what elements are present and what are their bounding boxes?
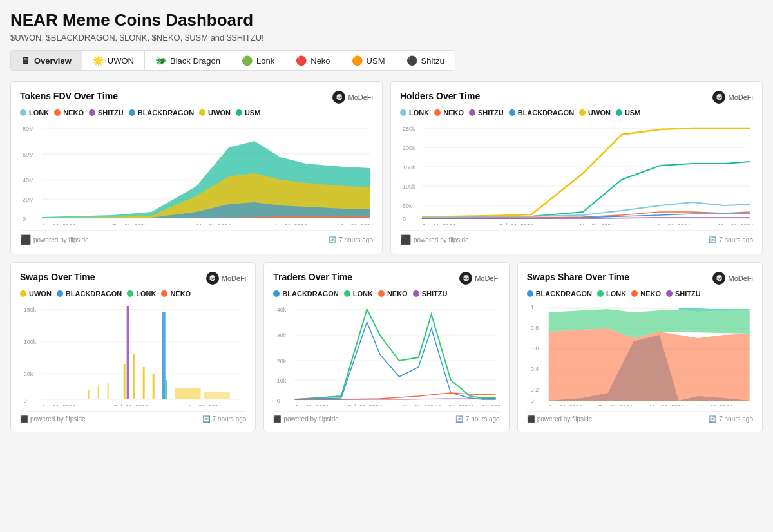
svg-text:Mar 01, 2024: Mar 01, 2024	[580, 223, 614, 225]
svg-text:Feb 18, 2024: Feb 18, 2024	[114, 404, 148, 406]
tab-neko-label: Neko	[310, 56, 330, 66]
svg-text:Apr 01, 2024: Apr 01, 2024	[274, 223, 307, 225]
svg-text:Apr 01, 2024: Apr 01, 2024	[699, 404, 732, 406]
holders-footer-left: ⬛ powered by flipside	[400, 234, 469, 245]
svg-text:1: 1	[530, 304, 533, 310]
tab-blackdragon-label: Black Dragon	[170, 56, 220, 66]
flipside-icon-s: ⬛	[20, 415, 28, 423]
fdv-author-name: MoDeFi	[348, 93, 373, 101]
traders-chart-header: Traders Over Time 💀 MoDeFi	[273, 272, 499, 285]
legend-usm: USM	[236, 109, 260, 117]
t-legend-neko: NEKO	[378, 290, 408, 298]
svg-rect-49	[108, 383, 109, 399]
fdv-chart-card: Tokens FDV Over Time 💀 MoDeFi LONK NEKO …	[10, 81, 383, 254]
fdv-footer-right: 🔄 7 hours ago	[329, 236, 373, 243]
clock-icon: 🔄	[329, 236, 336, 243]
svg-text:Jan 01, 2024: Jan 01, 2024	[548, 404, 582, 406]
tab-blackdragon[interactable]: 🐲 Black Dragon	[145, 51, 231, 70]
page-header: NEAR Meme Coins Dashboard $UWON, $BLACKD…	[10, 10, 763, 43]
swaps-share-svg: 1 0.8 0.6 0.4 0.2 0	[527, 303, 753, 406]
flipside-icon: ⬛	[20, 234, 31, 245]
legend-neko: NEKO	[54, 109, 84, 117]
tab-shitzu[interactable]: ⚫ Shitzu	[396, 51, 455, 70]
t-legend-blackdragon: BLACKDRAGON	[273, 290, 338, 298]
svg-text:0.6: 0.6	[530, 345, 539, 352]
tab-neko-icon: 🔴	[296, 55, 307, 66]
swaps-share-author-avatar: 💀	[712, 272, 725, 285]
tabs-bar: 🖥 Overview 🌟 UWON 🐲 Black Dragon 🟢 Lonk …	[10, 50, 455, 71]
swaps-footer-left: ⬛ powered by flipside	[20, 415, 86, 423]
tab-usm[interactable]: 🟠 USM	[341, 51, 396, 70]
ss-legend-blackdragon: BLACKDRAGON	[527, 290, 592, 298]
h-legend-uwon: UWON	[579, 109, 611, 117]
tab-uwon-icon: 🌟	[93, 55, 104, 66]
holders-author-name: MoDeFi	[728, 93, 753, 101]
tab-overview[interactable]: 🖥 Overview	[11, 51, 82, 70]
svg-text:30k: 30k	[277, 332, 287, 339]
svg-text:Feb 01, 2024: Feb 01, 2024	[113, 223, 147, 225]
traders-chart-footer: ⬛ powered by flipside 🔄 7 hours ago	[273, 411, 499, 423]
svg-text:Apr 01, 2024: Apr 01, 2024	[657, 223, 691, 225]
tab-neko[interactable]: 🔴 Neko	[285, 51, 341, 70]
svg-text:Mar 01, 2024: Mar 01, 2024	[649, 404, 683, 406]
fdv-chart-header: Tokens FDV Over Time 💀 MoDeFi	[20, 91, 373, 104]
svg-text:May 01, 2024: May 01, 2024	[718, 223, 753, 225]
svg-text:250k: 250k	[403, 126, 415, 132]
svg-rect-50	[175, 388, 201, 399]
row-2: Swaps Over Time 💀 MoDeFi UWON BLACKDRAGO…	[10, 262, 763, 432]
svg-rect-44	[143, 367, 145, 399]
svg-text:0: 0	[530, 397, 533, 404]
fdv-author-avatar: 💀	[332, 91, 345, 104]
page-title: NEAR Meme Coins Dashboard	[10, 10, 763, 30]
swaps-chart-card: Swaps Over Time 💀 MoDeFi UWON BLACKDRAGO…	[10, 262, 256, 432]
h-legend-blackdragon: BLACKDRAGON	[509, 109, 574, 117]
traders-author-name: MoDeFi	[475, 274, 500, 282]
swaps-chart-author: 💀 MoDeFi	[206, 272, 247, 285]
clock-icon-h: 🔄	[709, 236, 716, 243]
svg-rect-48	[98, 386, 99, 399]
holders-author-avatar: 💀	[712, 91, 725, 104]
h-legend-neko: NEKO	[434, 109, 464, 117]
traders-chart-card: Traders Over Time 💀 MoDeFi BLACKDRAGON L…	[263, 262, 509, 432]
flipside-icon-h: ⬛	[400, 234, 411, 245]
traders-chart-title: Traders Over Time	[273, 272, 352, 282]
holders-chart-area: 250k 200k 150k 100k 50k 0	[400, 122, 753, 225]
tab-lonk[interactable]: 🟢 Lonk	[231, 51, 285, 70]
tab-overview-label: Overview	[34, 56, 72, 66]
svg-rect-43	[133, 354, 135, 399]
flipside-icon-ss: ⬛	[527, 415, 535, 423]
tab-shitzu-label: Shitzu	[421, 56, 444, 66]
s-legend-lonk: LONK	[127, 290, 156, 298]
swaps-powered-by: powered by flipside	[30, 415, 86, 423]
svg-text:80M: 80M	[23, 126, 34, 132]
svg-text:Jan 01, 2024: Jan 01, 2024	[295, 404, 329, 406]
swaps-chart-title: Swaps Over Time	[20, 272, 95, 282]
svg-rect-51	[204, 392, 230, 399]
svg-text:50k: 50k	[403, 203, 412, 209]
svg-rect-47	[88, 390, 90, 399]
tab-uwon[interactable]: 🌟 UWON	[82, 51, 145, 70]
h-legend-usm: USM	[616, 109, 640, 117]
svg-text:40k: 40k	[277, 307, 287, 313]
svg-text:60M: 60M	[23, 151, 34, 158]
swaps-author-name: MoDeFi	[222, 274, 247, 282]
svg-text:150k: 150k	[24, 307, 37, 313]
swaps-chart-footer: ⬛ powered by flipside 🔄 7 hours ago	[20, 411, 246, 423]
swaps-share-chart-title: Swaps Share Over Time	[527, 272, 629, 282]
holders-footer-right: 🔄 7 hours ago	[709, 236, 753, 243]
tab-lonk-icon: 🟢	[242, 55, 253, 66]
clock-icon-t: 🔄	[455, 415, 463, 423]
ss-legend-lonk: LONK	[597, 290, 626, 298]
fdv-footer-left: ⬛ powered by flipside	[20, 234, 89, 245]
flipside-icon-t: ⬛	[273, 415, 281, 423]
holders-powered-by: powered by flipside	[414, 236, 469, 243]
fdv-legend: LONK NEKO SHITZU BLACKDRAGON UWON USM	[20, 109, 373, 117]
tab-shitzu-icon: ⚫	[406, 55, 417, 66]
svg-text:Jan 01, 2024: Jan 01, 2024	[422, 223, 455, 225]
svg-text:0: 0	[277, 397, 280, 404]
traders-footer-left: ⬛ powered by flipside	[273, 415, 339, 423]
holders-chart-author: 💀 MoDeFi	[712, 91, 753, 104]
tab-overview-icon: 🖥	[21, 55, 30, 66]
page-subtitle: $UWON, $BLACKDRAGON, $LONK, $NEKO, $USM …	[10, 33, 763, 43]
legend-lonk: LONK	[20, 109, 49, 117]
